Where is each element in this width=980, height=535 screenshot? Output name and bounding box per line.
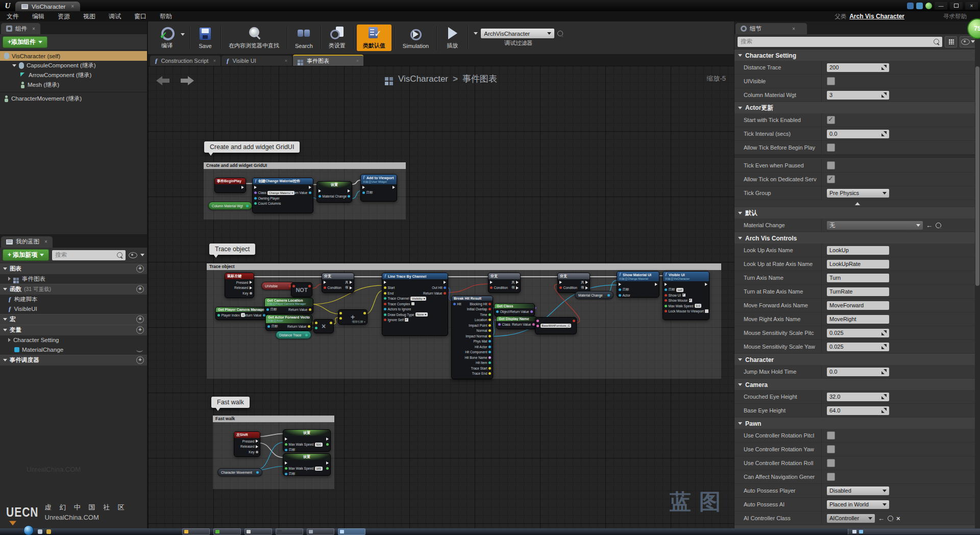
tab-close-icon[interactable]: × <box>285 58 287 63</box>
checkbox[interactable] <box>827 161 835 169</box>
value-field[interactable]: 0.025 <box>827 343 889 351</box>
dropdown[interactable]: Pre Physics <box>827 189 889 198</box>
node-pin[interactable] <box>384 280 423 284</box>
variable-node-character-movement-var[interactable]: Character Movement <box>217 468 262 476</box>
component-row[interactable]: CapsuleComponent (继承) <box>0 61 147 70</box>
node-pin[interactable] <box>665 282 700 286</box>
checkbox[interactable] <box>827 473 835 481</box>
value-field[interactable]: 0.0 <box>827 130 889 138</box>
node-pin[interactable]: Return Value <box>510 309 533 313</box>
eye-closed-icon[interactable] <box>136 347 143 352</box>
node-pin[interactable]: Show UI <box>665 293 700 297</box>
details-search-input[interactable]: 搜索 <box>738 37 942 47</box>
node-get-player-camera-manager[interactable]: Get Player Camera ManagerPlayer Index0Re… <box>215 307 267 320</box>
node-pin[interactable] <box>619 282 630 286</box>
node-pin[interactable]: Trace End <box>472 372 491 376</box>
value-field[interactable]: 0.0 <box>827 368 889 376</box>
checkbox[interactable] <box>827 445 835 453</box>
node-pin[interactable]: Condition <box>559 286 577 290</box>
node-set-max-walk-speed-165[interactable]: 设置Max Walk Speed165目标 <box>283 453 331 476</box>
node-visible-ui[interactable]: ƒVisible UI目标是VisCharacter目标selfShow UIS… <box>663 271 709 320</box>
node-pin[interactable]: Actors to Ignore <box>384 307 423 311</box>
value-field[interactable]: 64.0 <box>827 406 889 415</box>
toolbar-button-Save[interactable]: Save <box>191 26 219 51</box>
tab-close-icon[interactable]: × <box>44 239 47 245</box>
pin-field[interactable]: 0.0 <box>695 304 701 308</box>
value-field[interactable]: 32.0 <box>827 393 889 401</box>
dropdown[interactable]: Placed in World <box>827 500 889 509</box>
value-field[interactable]: MoveRight <box>827 315 889 324</box>
node-pin[interactable]: Actor <box>619 293 630 297</box>
node-pin[interactable] <box>326 443 329 447</box>
scrollbar-thumb[interactable] <box>975 66 979 286</box>
toolbar-button-类默认值[interactable]: ✓类默认值 <box>357 25 391 51</box>
taskbar-item[interactable] <box>182 528 210 535</box>
section-header-宏[interactable]: 宏+ <box>0 314 147 325</box>
node-pin[interactable]: ClassChange Material▾ <box>254 191 289 195</box>
node-pin[interactable]: 目标 <box>285 472 322 476</box>
node-pin[interactable]: Hit Bone Name <box>464 355 491 359</box>
taskbar-item[interactable] <box>307 528 334 535</box>
pin-checkbox[interactable] <box>411 302 415 306</box>
node-pin[interactable]: Trace ChannelVisibility▾ <box>384 297 423 301</box>
search-icon[interactable] <box>936 223 941 228</box>
node-pin[interactable]: Hit Component <box>465 350 491 354</box>
breadcrumb-root[interactable]: VisCharacter <box>398 74 448 84</box>
variable-node-uivisible-var[interactable]: UiVisible <box>261 282 295 290</box>
node-pin[interactable]: Key <box>249 450 258 454</box>
node-pin[interactable]: Released <box>234 286 252 290</box>
dropdown[interactable]: Disabled <box>827 487 889 495</box>
toolbar-button-在内容浏览器中直找[interactable]: 在内容浏览器中直找 <box>223 25 285 51</box>
toolbar-button-Search[interactable]: Search <box>289 26 319 51</box>
node-pin[interactable]: Hit Item <box>476 361 491 365</box>
node-pin[interactable]: 目标 <box>619 288 630 292</box>
node-pin[interactable]: Trace Start <box>471 366 491 370</box>
node-pin[interactable]: Condition <box>324 286 341 290</box>
property-matrix-button[interactable] <box>945 36 957 47</box>
details-scrollbar[interactable] <box>975 21 980 528</box>
menu-item-视图[interactable]: 视图 <box>77 13 102 20</box>
details-section-header[interactable]: Camera <box>734 379 980 390</box>
node-pin[interactable]: Return Value <box>512 322 535 326</box>
node-pin[interactable] <box>444 280 446 284</box>
variable-node-material-change-var[interactable]: Material Change <box>575 291 614 299</box>
menu-item-资源[interactable]: 资源 <box>51 13 77 20</box>
slider-drag-icon[interactable] <box>881 330 887 335</box>
details-section-header[interactable]: Actor更新 <box>734 103 980 113</box>
blueprint-item-Character Setting[interactable]: Character Setting <box>0 335 147 345</box>
checkbox[interactable] <box>827 459 835 467</box>
add-component-button[interactable]: +添加组件 <box>3 36 47 48</box>
node-get-display-name[interactable]: Get Display NameClassReturn Value <box>496 316 537 329</box>
node-pin[interactable]: 真 <box>345 280 352 284</box>
expander-icon[interactable] <box>8 338 11 342</box>
graph-tab-事件图表[interactable]: 事件图表× <box>293 55 363 66</box>
chevron-down-icon[interactable] <box>474 32 478 35</box>
tab-my-blueprint[interactable]: 我的蓝图 × <box>1 236 53 248</box>
seek-help-link[interactable]: 寻求帮助 <box>943 13 967 20</box>
node-pin[interactable]: Impact Normal <box>465 334 491 338</box>
node-pin[interactable]: Time <box>480 312 491 317</box>
blueprint-item-VisibleUI[interactable]: ƒVisibleUI <box>0 304 147 314</box>
value-field[interactable]: MoveForward <box>827 301 889 310</box>
pin-checkbox[interactable] <box>682 294 686 297</box>
pin-checkbox[interactable] <box>689 299 693 302</box>
node-pin[interactable]: 真 <box>581 280 588 284</box>
compare-value-field[interactable]: BaseWithFurniture_C <box>541 324 571 328</box>
node-multiply-node[interactable]: × <box>313 319 334 333</box>
slider-drag-icon[interactable] <box>881 65 887 70</box>
component-row[interactable]: ArrowComponent (继承) <box>0 70 147 80</box>
node-pin[interactable]: Phys Mat <box>473 339 491 344</box>
node-pin[interactable]: 假 <box>511 286 519 290</box>
collapse-row[interactable] <box>734 200 980 207</box>
node-create-change-material-widget[interactable]: ƒ创建Change Material控件ClassChange Material… <box>252 178 313 213</box>
variable-node-distance-trace-var[interactable]: Distance Trace <box>276 331 311 339</box>
graph-tab-Construction Script[interactable]: ƒConstruction Script× <box>150 56 220 66</box>
my-blueprint-search-input[interactable]: 搜索 <box>52 250 126 260</box>
node-pin[interactable]: Location <box>475 318 491 322</box>
clear-icon[interactable]: × <box>896 515 900 522</box>
titlebar-green-icon[interactable] <box>925 3 932 9</box>
node-pin[interactable]: Hit <box>453 302 461 306</box>
node-pin[interactable]: 目标 <box>267 324 278 328</box>
chevron-down-icon[interactable] <box>140 254 144 256</box>
node-pin[interactable]: Pressed <box>242 439 258 443</box>
